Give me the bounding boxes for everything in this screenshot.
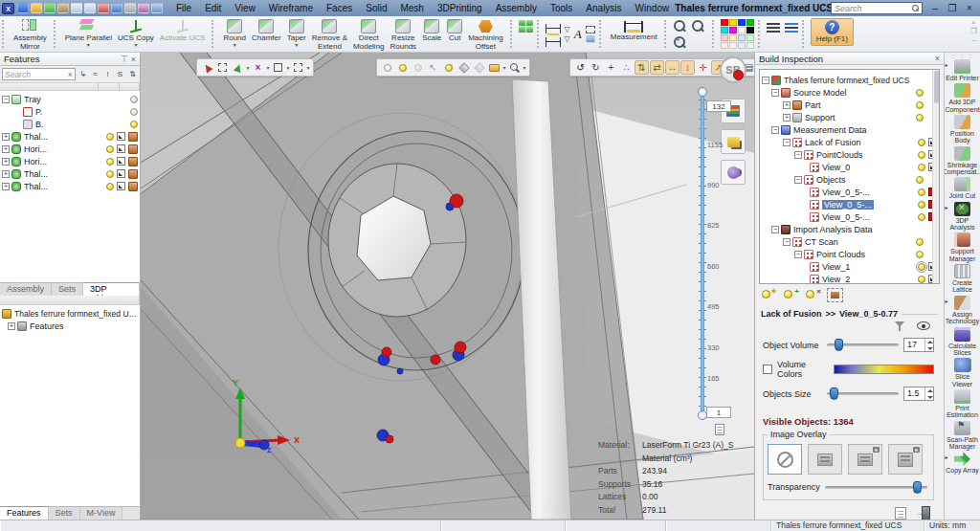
- menu-analysis[interactable]: Analysis: [580, 2, 627, 14]
- machining-offset-button[interactable]: Machining Offset: [465, 18, 505, 53]
- sidebar-item-assign-technology[interactable]: Assign Technology: [945, 296, 980, 325]
- special-paste-icon[interactable]: [138, 3, 149, 13]
- expand-icon[interactable]: [783, 101, 791, 109]
- dropdown-icon[interactable]: ▾: [246, 64, 250, 71]
- visibility-bulb-icon[interactable]: [918, 151, 925, 159]
- expand-icon[interactable]: [2, 145, 10, 153]
- visibility-bulb-icon[interactable]: [918, 139, 925, 146]
- spheres-icon[interactable]: ∴: [619, 60, 634, 75]
- tree-item-object[interactable]: Thal...: [0, 167, 140, 180]
- sidebar-item-position-body[interactable]: Position Body: [945, 115, 980, 144]
- expand-icon[interactable]: [783, 238, 791, 246]
- window-select-icon[interactable]: [271, 60, 285, 75]
- tab-m-view[interactable]: M-View: [80, 507, 123, 520]
- tree-item-object[interactable]: Thal...: [0, 130, 140, 143]
- visibility-bulb-icon[interactable]: [916, 238, 924, 246]
- line-style-icon[interactable]: [785, 20, 798, 33]
- window-layout-icon[interactable]: [71, 3, 82, 13]
- visibility-bulb-icon[interactable]: [916, 114, 924, 122]
- features-search-input[interactable]: Search ×: [2, 68, 76, 80]
- visibility-bulb-icon[interactable]: [918, 201, 925, 209]
- activate-ucs-button[interactable]: Activate UCS: [157, 18, 209, 44]
- zoom-to-icon[interactable]: [117, 132, 125, 141]
- expand-icon[interactable]: [794, 151, 802, 159]
- defect-red-point[interactable]: [386, 435, 393, 443]
- filter-arrow-icon[interactable]: ↳: [78, 69, 88, 80]
- object-volume-slider[interactable]: [827, 343, 899, 346]
- zoom-to-icon[interactable]: [117, 169, 125, 178]
- bi-pointclouds[interactable]: PointClouds: [760, 148, 939, 161]
- material-box-icon[interactable]: [128, 132, 138, 142]
- rotate-axis-icon[interactable]: ↻: [589, 60, 603, 75]
- sidebar-item-scan-path-manager[interactable]: Scan-Path Manager: [945, 421, 980, 451]
- hide-arrow-icon[interactable]: ↖: [426, 60, 440, 75]
- menu-solid[interactable]: Solid: [360, 2, 392, 14]
- visibility-bulb-icon[interactable]: [130, 121, 138, 128]
- axis-pick-icon[interactable]: +: [604, 60, 618, 75]
- expand-icon[interactable]: [794, 251, 802, 258]
- zoom-page-icon[interactable]: [507, 60, 522, 75]
- pattern-tools-icon[interactable]: [519, 20, 533, 33]
- bi-view0[interactable]: View_0: [760, 161, 939, 173]
- color-palette[interactable]: [721, 18, 754, 49]
- menu-view[interactable]: View: [229, 2, 261, 14]
- sidebar-item-calculate-slices[interactable]: Calculate Slices: [945, 327, 980, 357]
- zoom-to-icon[interactable]: [117, 182, 125, 190]
- undo-icon[interactable]: [111, 3, 122, 13]
- round-button[interactable]: Round▾: [220, 18, 249, 48]
- tree-item-p[interactable]: P.: [0, 105, 140, 118]
- visibility-bulb-icon[interactable]: [918, 164, 925, 171]
- slider-top-value[interactable]: 132: [706, 100, 731, 112]
- sidebar-item-add-3dp-component[interactable]: Add 3DP Component: [945, 83, 980, 113]
- sidebar-item-create-lattice[interactable]: Create Lattice: [945, 264, 980, 294]
- save-icon[interactable]: [17, 3, 29, 13]
- menu-assembly[interactable]: Assembly: [490, 2, 543, 14]
- list-icon[interactable]: [151, 3, 163, 13]
- transform-icon[interactable]: ✛: [696, 60, 710, 75]
- tree-item-root[interactable]: Thales ferrure formnext_fixed UCS: [0, 307, 140, 320]
- zoom-window-icon[interactable]: [673, 19, 686, 33]
- expand-icon[interactable]: [771, 89, 779, 97]
- visibility-bulb-icon[interactable]: [918, 213, 925, 221]
- visibility-bulb-icon[interactable]: [130, 108, 138, 116]
- plane-parallel-button[interactable]: Plane Parallel ▾: [62, 18, 115, 48]
- visibility-bulb-icon[interactable]: [918, 276, 925, 283]
- search-icon[interactable]: [912, 5, 919, 11]
- tree-icon[interactable]: [44, 3, 56, 13]
- bi-view05-b-selected[interactable]: View_0_5-...: [760, 198, 939, 210]
- menu-file[interactable]: File: [170, 2, 197, 14]
- zoom-dynamic-icon[interactable]: +: [673, 35, 686, 49]
- expand-icon[interactable]: [2, 158, 10, 166]
- defect-red-point[interactable]: [382, 347, 391, 357]
- chamfer-button[interactable]: Chamfer: [249, 18, 284, 44]
- slider-line[interactable]: [701, 91, 704, 416]
- show-all-bulb-icon[interactable]: [380, 60, 394, 75]
- objects-size-spinner[interactable]: 1.5: [903, 387, 934, 401]
- menu-mesh[interactable]: Mesh: [394, 2, 429, 14]
- dimension-icon[interactable]: [546, 24, 561, 33]
- note-frame-icon[interactable]: [586, 26, 595, 33]
- volume-colors-checkbox[interactable]: [763, 365, 772, 374]
- sidebar-item-3dp-analysis[interactable]: 3DP Analysis: [945, 202, 980, 232]
- sidebar-item-edit-printer[interactable]: Edit Printer: [945, 59, 980, 81]
- measurement-button[interactable]: Measurement: [608, 18, 660, 43]
- box-select-icon[interactable]: [215, 60, 230, 75]
- tree-item-tray[interactable]: Tray: [0, 93, 140, 105]
- tree-scrollbar[interactable]: [932, 70, 939, 283]
- expand-icon[interactable]: [783, 139, 791, 146]
- defect-blue-point[interactable]: [397, 368, 403, 374]
- bi-root[interactable]: Thales ferrure formnext_fixed UCS: [760, 74, 939, 86]
- overlay-ct-button[interactable]: [808, 444, 842, 475]
- image-note-icon[interactable]: [586, 35, 595, 43]
- folder-display-icon[interactable]: [487, 60, 501, 75]
- expand-icon[interactable]: [2, 183, 10, 190]
- dropdown-icon[interactable]: ▾: [502, 64, 506, 71]
- bulb-highlight-icon[interactable]: ✶: [761, 288, 777, 302]
- taper-button[interactable]: Taper▾: [284, 18, 309, 48]
- z-range-slider[interactable]: 132 1 1155 990 825 660 495 330 165: [699, 87, 752, 424]
- radius-dim-icon[interactable]: ▽: [565, 34, 570, 43]
- open-icon[interactable]: [31, 3, 42, 13]
- defect-red-point[interactable]: [450, 194, 463, 208]
- bi-lack-of-fusion[interactable]: Lack of Fusion: [760, 136, 939, 148]
- bi-measurement-data[interactable]: Measurement Data: [760, 123, 939, 136]
